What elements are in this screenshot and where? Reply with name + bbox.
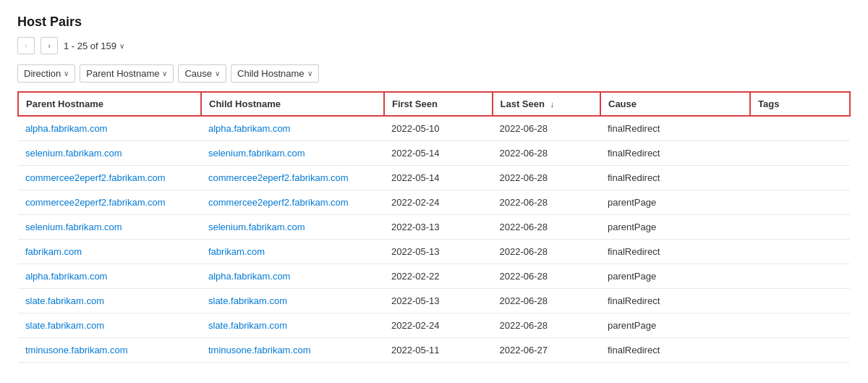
cell-child-hostname[interactable]: commercee2eperf2.fabrikam.com [201, 166, 384, 190]
cell-last-seen: 2022-06-28 [493, 141, 601, 166]
table-row: slate.fabrikam.comslate.fabrikam.com2022… [18, 313, 850, 338]
cell-child-hostname[interactable]: commercee2eperf2.fabrikam.com [201, 190, 384, 215]
pagination-info[interactable]: 1 - 25 of 159 ∨ [64, 41, 124, 51]
cell-parent-hostname-link[interactable]: slate.fabrikam.com [25, 295, 104, 306]
cell-parent-hostname-link[interactable]: alpha.fabrikam.com [25, 271, 107, 282]
col-header-first-seen[interactable]: First Seen [384, 92, 493, 116]
filter-parent-hostname-chevron-icon: ∨ [162, 70, 167, 77]
col-header-first-seen-label: First Seen [392, 98, 438, 109]
col-header-last-seen-label: Last Seen [501, 98, 545, 109]
cell-child-hostname-link[interactable]: slate.fabrikam.com [208, 295, 287, 306]
cell-cause: finalRedirect [600, 166, 750, 190]
cell-tags [750, 190, 850, 215]
cell-parent-hostname-link[interactable]: commercee2eperf2.fabrikam.com [25, 197, 166, 208]
cell-parent-hostname-link[interactable]: selenium.fabrikam.com [25, 222, 122, 232]
table-row: alpha.fabrikam.comalpha.fabrikam.com2022… [18, 264, 850, 289]
pagination-range: 1 - 25 of 159 [64, 41, 116, 51]
cell-child-hostname-link[interactable]: fabrikam.com [208, 246, 265, 257]
cell-parent-hostname-link[interactable]: slate.fabrikam.com [25, 320, 104, 331]
cell-parent-hostname[interactable]: selenium.fabrikam.com [18, 141, 201, 166]
cell-child-hostname[interactable]: slate.fabrikam.com [201, 313, 384, 338]
cell-first-seen: 2022-05-13 [384, 289, 493, 313]
col-header-parent-hostname[interactable]: Parent Hostname [18, 92, 201, 116]
col-header-child-hostname[interactable]: Child Hostname [201, 92, 384, 116]
cell-cause: finalRedirect [600, 240, 750, 264]
table-row: fabrikam.comfabrikam.com2022-05-132022-0… [18, 240, 850, 264]
filter-child-hostname-button[interactable]: Child Hostname ∨ [231, 64, 319, 83]
cell-parent-hostname-link[interactable]: commercee2eperf2.fabrikam.com [25, 172, 166, 183]
cell-parent-hostname[interactable]: alpha.fabrikam.com [18, 264, 201, 289]
col-header-tags[interactable]: Tags [750, 92, 850, 116]
col-header-last-seen[interactable]: Last Seen ↓ [493, 92, 601, 116]
cell-last-seen: 2022-06-28 [493, 190, 601, 215]
cell-parent-hostname[interactable]: slate.fabrikam.com [18, 313, 201, 338]
cell-parent-hostname[interactable]: commercee2eperf2.fabrikam.com [18, 190, 201, 215]
cell-child-hostname-link[interactable]: selenium.fabrikam.com [208, 222, 305, 232]
cell-child-hostname[interactable]: fabrikam.com [201, 240, 384, 264]
cell-parent-hostname[interactable]: commercee2eperf2.fabrikam.com [18, 166, 201, 190]
cell-last-seen: 2022-06-28 [493, 313, 601, 338]
cell-cause: finalRedirect [600, 338, 750, 363]
cell-parent-hostname-link[interactable]: tminusone.fabrikam.com [25, 345, 128, 355]
cell-first-seen: 2022-03-13 [384, 215, 493, 240]
cell-child-hostname[interactable]: alpha.fabrikam.com [201, 264, 384, 289]
cell-first-seen: 2022-02-24 [384, 313, 493, 338]
sort-desc-icon: ↓ [550, 100, 555, 109]
cell-child-hostname[interactable]: selenium.fabrikam.com [201, 215, 384, 240]
cell-parent-hostname[interactable]: alpha.fabrikam.com [18, 116, 201, 141]
cell-child-hostname[interactable]: tminusone.fabrikam.com [201, 338, 384, 363]
cell-child-hostname[interactable]: slate.fabrikam.com [201, 289, 384, 313]
cell-last-seen: 2022-06-28 [493, 264, 601, 289]
cell-cause: finalRedirect [600, 116, 750, 141]
cell-child-hostname[interactable]: alpha.fabrikam.com [201, 116, 384, 141]
filter-cause-chevron-icon: ∨ [215, 70, 220, 77]
cell-tags [750, 116, 850, 141]
col-header-tags-label: Tags [758, 98, 779, 109]
cell-child-hostname-link[interactable]: commercee2eperf2.fabrikam.com [208, 172, 349, 183]
cell-child-hostname-link[interactable]: selenium.fabrikam.com [208, 148, 305, 159]
pagination-prev-button[interactable]: ‹ [17, 37, 35, 54]
cell-last-seen: 2022-06-28 [493, 240, 601, 264]
table-row: commercee2eperf2.fabrikam.comcommercee2e… [18, 190, 850, 215]
filter-cause-label: Cause [184, 68, 212, 79]
cell-cause: finalRedirect [600, 141, 750, 166]
filter-direction-label: Direction [24, 68, 61, 79]
cell-first-seen: 2022-02-24 [384, 190, 493, 215]
cell-parent-hostname-link[interactable]: alpha.fabrikam.com [25, 123, 107, 134]
cell-cause: parentPage [600, 264, 750, 289]
cell-first-seen: 2022-05-14 [384, 141, 493, 166]
cell-cause: parentPage [600, 313, 750, 338]
cell-parent-hostname[interactable]: selenium.fabrikam.com [18, 215, 201, 240]
filter-direction-button[interactable]: Direction ∨ [17, 64, 75, 83]
filter-parent-hostname-button[interactable]: Parent Hostname ∨ [80, 64, 174, 83]
filter-child-hostname-label: Child Hostname [237, 68, 305, 79]
cell-tags [750, 166, 850, 190]
cell-tags [750, 240, 850, 264]
page-title: Host Pairs [17, 14, 851, 30]
cell-child-hostname[interactable]: selenium.fabrikam.com [201, 141, 384, 166]
cell-tags [750, 264, 850, 289]
table-header-row: Parent Hostname Child Hostname First See… [18, 92, 850, 116]
filter-cause-button[interactable]: Cause ∨ [178, 64, 226, 83]
cell-parent-hostname-link[interactable]: selenium.fabrikam.com [25, 148, 122, 159]
pagination-next-button[interactable]: › [41, 37, 58, 54]
cell-cause: parentPage [600, 190, 750, 215]
col-header-cause[interactable]: Cause [600, 92, 750, 116]
cell-first-seen: 2022-05-11 [384, 338, 493, 363]
table-row: slate.fabrikam.comslate.fabrikam.com2022… [18, 289, 850, 313]
cell-child-hostname-link[interactable]: alpha.fabrikam.com [208, 271, 290, 282]
cell-parent-hostname[interactable]: slate.fabrikam.com [18, 289, 201, 313]
cell-parent-hostname-link[interactable]: fabrikam.com [25, 246, 82, 257]
cell-child-hostname-link[interactable]: slate.fabrikam.com [208, 320, 287, 331]
col-header-cause-label: Cause [608, 98, 637, 109]
cell-parent-hostname[interactable]: fabrikam.com [18, 240, 201, 264]
cell-parent-hostname[interactable]: tminusone.fabrikam.com [18, 338, 201, 363]
cell-child-hostname-link[interactable]: tminusone.fabrikam.com [208, 345, 311, 355]
cell-tags [750, 338, 850, 363]
cell-last-seen: 2022-06-28 [493, 289, 601, 313]
cell-child-hostname-link[interactable]: alpha.fabrikam.com [208, 123, 290, 134]
filter-parent-hostname-label: Parent Hostname [86, 68, 159, 79]
cell-child-hostname-link[interactable]: commercee2eperf2.fabrikam.com [208, 197, 349, 208]
host-pairs-table: Parent Hostname Child Hostname First See… [17, 91, 851, 363]
cell-last-seen: 2022-06-28 [493, 116, 601, 141]
